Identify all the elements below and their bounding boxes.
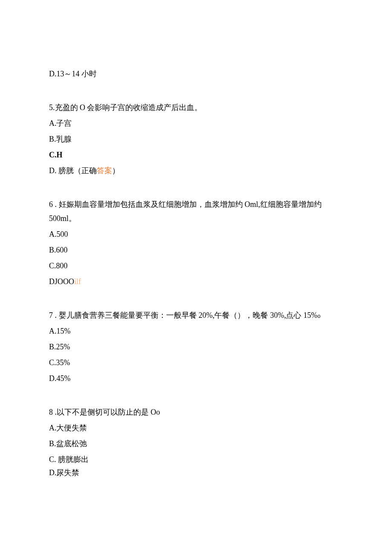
- q7-option-c: C.35%: [49, 357, 343, 369]
- q6-option-a: A.500: [49, 229, 343, 240]
- question-7: 7 . 婴儿膳食营养三餐能量要平衡：一般早餐 20%,午餐（），晚餐 30%,点…: [49, 310, 343, 384]
- q5-option-d-prefix: D. 膀胱（正确: [49, 166, 97, 175]
- q7-option-b: B.25%: [49, 341, 343, 353]
- q7-option-a: A.15%: [49, 325, 343, 337]
- q5-option-d-answer: 答案: [97, 166, 112, 175]
- q6-option-d-prefix: DJOOO: [49, 277, 74, 286]
- q5-option-d: D. 膀胱（正确答案）: [49, 165, 343, 177]
- question-5: 5.充盈的 O 会影响子宫的收缩造成产后出血。 A.子宫 B.乳腺 C.H D.…: [49, 102, 343, 177]
- q4-option-d: D.13～14 小时: [49, 68, 343, 80]
- document-page: D.13～14 小时 5.充盈的 O 会影响子宫的收缩造成产后出血。 A.子宫 …: [0, 0, 392, 555]
- q5-option-c: C.H: [49, 149, 343, 161]
- q8-option-b: B.盆底松弛: [49, 438, 343, 450]
- q5-option-d-suffix: ）: [112, 166, 120, 175]
- q6-option-d: DJOOOilf: [49, 276, 343, 288]
- question-6: 6 . 妊娠期血容量增加包括血浆及红细胞增加，血浆增加约 Oml,红细胞容量增加…: [49, 199, 343, 288]
- q6-stem-line1: 6 . 妊娠期血容量增加包括血浆及红细胞增加，血浆增加约 Oml,红细胞容量增加…: [49, 199, 343, 210]
- q5-option-b: B.乳腺: [49, 134, 343, 145]
- q8-stem: 8 .以下不是侧切可以防止的是 Oo: [49, 407, 343, 418]
- q7-option-d: D.45%: [49, 373, 343, 384]
- q6-option-b: B.600: [49, 244, 343, 256]
- question-4-partial: D.13～14 小时: [49, 68, 343, 80]
- q8-option-d: D.尿失禁: [49, 467, 343, 479]
- q6-stem-line2: 500ml。: [49, 213, 343, 224]
- q6-option-c: C.800: [49, 260, 343, 272]
- q5-stem: 5.充盈的 O 会影响子宫的收缩造成产后出血。: [49, 102, 343, 113]
- q5-option-a: A.子宫: [49, 118, 343, 129]
- q8-option-c: C. 膀胱膨出: [49, 454, 343, 465]
- question-8: 8 .以下不是侧切可以防止的是 Oo A.大便失禁 B.盆底松弛 C. 膀胱膨出…: [49, 407, 343, 479]
- q6-option-d-answer: ilf: [74, 277, 81, 286]
- q8-option-a: A.大便失禁: [49, 422, 343, 434]
- q7-stem: 7 . 婴儿膳食营养三餐能量要平衡：一般早餐 20%,午餐（），晚餐 30%,点…: [49, 310, 343, 321]
